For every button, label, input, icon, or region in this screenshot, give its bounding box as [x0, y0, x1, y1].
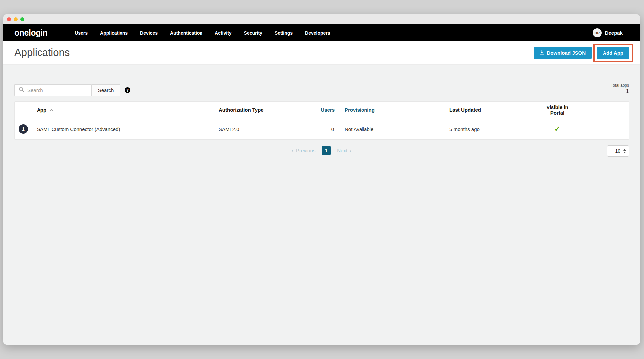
app-cell: 1 SAML Custom Connector (Advanced) — [15, 124, 219, 134]
avatar[interactable]: DP — [593, 28, 602, 37]
pagination: ‹ Previous 1 Next › — [14, 146, 629, 155]
provisioning-cell: Not Available — [337, 126, 442, 132]
chevron-left-icon: ‹ — [292, 147, 294, 154]
column-header-provisioning[interactable]: Provisioning — [337, 107, 442, 113]
column-header-last-updated: Last Updated — [442, 107, 532, 113]
table-row[interactable]: 1 SAML Custom Connector (Advanced) SAML2… — [15, 118, 629, 139]
column-header-auth-type: Authorization Type — [219, 107, 312, 113]
download-json-label: Download JSON — [547, 50, 586, 56]
search-control: Search — [14, 84, 120, 96]
search-icon — [19, 87, 24, 94]
download-icon — [540, 50, 544, 56]
user-menu[interactable]: DP Deepak — [593, 28, 623, 37]
page-header: Applications Download JSON Add App — [3, 41, 640, 65]
help-icon[interactable]: ? — [125, 87, 130, 93]
nav-item-settings[interactable]: Settings — [275, 30, 293, 36]
zoom-button[interactable] — [20, 17, 24, 21]
close-button[interactable] — [7, 17, 11, 21]
column-header-users[interactable]: Users — [312, 107, 337, 113]
previous-page-button[interactable]: ‹ Previous — [292, 147, 315, 154]
add-app-label: Add App — [603, 50, 623, 56]
add-app-button[interactable]: Add App — [597, 47, 629, 59]
next-page-button[interactable]: Next › — [337, 147, 352, 154]
nav-item-applications[interactable]: Applications — [100, 30, 128, 36]
onelogin-logo[interactable]: onelogin — [14, 28, 47, 38]
nav-items: Users Applications Devices Authenticatio… — [75, 30, 330, 36]
nav-item-activity[interactable]: Activity — [215, 30, 232, 36]
sort-asc-icon — [49, 107, 54, 113]
search-button[interactable]: Search — [91, 84, 120, 96]
row-index-badge: 1 — [19, 124, 28, 134]
page-size-select[interactable]: 10 — [607, 145, 629, 157]
page-title: Applications — [14, 47, 70, 59]
toolbar: Search ? Total apps 1 — [14, 65, 629, 96]
annotation-highlight-box: Add App — [593, 44, 633, 62]
total-apps: Total apps 1 — [611, 83, 629, 95]
search-input[interactable] — [27, 87, 84, 93]
main-content: Search ? Total apps 1 App Authorization … — [3, 65, 640, 345]
nav-item-developers[interactable]: Developers — [305, 30, 330, 36]
total-apps-value: 1 — [611, 88, 629, 95]
total-apps-label: Total apps — [611, 83, 629, 88]
visible-cell: ✓ — [532, 125, 575, 133]
minimize-button[interactable] — [14, 17, 18, 21]
applications-table: App Authorization Type Users Provisionin… — [14, 101, 629, 140]
nav-item-security[interactable]: Security — [244, 30, 262, 36]
window-titlebar — [3, 14, 640, 24]
chevron-right-icon: › — [350, 147, 352, 154]
visible-check-icon: ✓ — [554, 125, 560, 133]
current-page-button[interactable]: 1 — [322, 146, 331, 155]
nav-item-devices[interactable]: Devices — [140, 30, 158, 36]
search-box — [14, 84, 91, 96]
nav-item-users[interactable]: Users — [75, 30, 88, 36]
top-nav: onelogin Users Applications Devices Auth… — [3, 24, 640, 41]
app-name[interactable]: SAML Custom Connector (Advanced) — [37, 126, 120, 132]
app-window: onelogin Users Applications Devices Auth… — [3, 14, 640, 345]
user-name: Deepak — [605, 30, 623, 36]
nav-item-authentication[interactable]: Authentication — [170, 30, 202, 36]
column-header-visible-in-portal: Visible in Portal — [532, 104, 575, 116]
users-cell: 0 — [312, 126, 337, 132]
download-json-button[interactable]: Download JSON — [534, 47, 592, 59]
last-updated-cell: 5 months ago — [442, 126, 532, 132]
table-header-row: App Authorization Type Users Provisionin… — [15, 102, 629, 118]
page-size-value: 10 — [615, 148, 620, 154]
stepper-icon — [623, 149, 626, 153]
column-header-app[interactable]: App — [15, 107, 219, 113]
pagination-row: ‹ Previous 1 Next › 10 — [14, 145, 629, 157]
header-actions: Download JSON Add App — [534, 44, 633, 62]
auth-type-cell: SAML2.0 — [219, 126, 312, 132]
